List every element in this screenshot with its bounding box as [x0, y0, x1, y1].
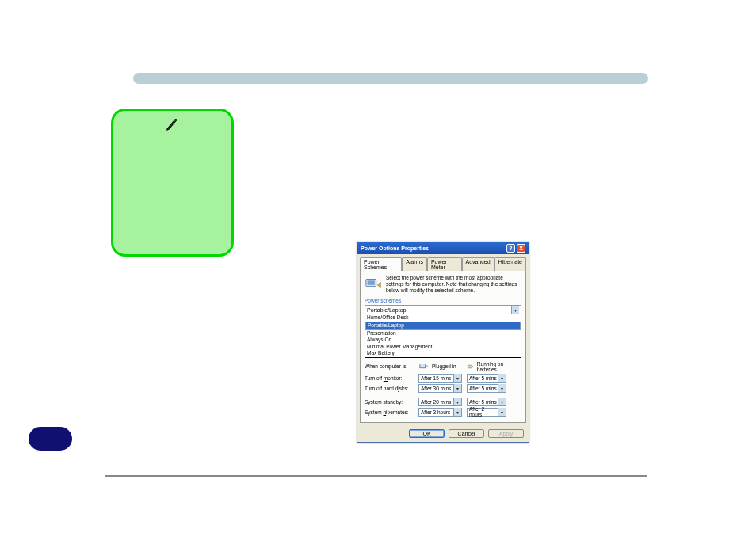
chevron-down-icon: ▾: [498, 398, 506, 405]
chevron-down-icon: ▾: [453, 384, 461, 392]
setting-label: System hibernates:: [365, 409, 418, 415]
dialog-titlebar[interactable]: Power Options Properties ? X: [357, 242, 529, 254]
chevron-down-icon: ▾: [511, 306, 519, 314]
standby-battery[interactable]: After 5 mins▾: [467, 398, 506, 406]
chevron-down-icon: ▾: [453, 398, 461, 405]
svg-rect-2: [420, 364, 426, 367]
setting-label: Turn off hard disks:: [365, 386, 418, 391]
close-button[interactable]: X: [517, 244, 525, 253]
chevron-down-icon: ▾: [453, 374, 461, 382]
dialog-title: Power Options Properties: [361, 246, 429, 251]
plug-icon: [418, 362, 430, 371]
tab-alarms[interactable]: Alarms: [402, 257, 427, 271]
when-computer-label: When computer is:: [365, 364, 418, 369]
battery-icon: [467, 362, 475, 371]
cancel-button[interactable]: Cancel: [449, 429, 484, 438]
setting-label: System standby:: [365, 399, 418, 405]
tab-hibernate[interactable]: Hibernate: [494, 257, 526, 271]
hibernate-plugged[interactable]: After 3 hours▾: [418, 408, 462, 417]
plugged-in-label: Plugged in: [432, 364, 456, 369]
ok-button[interactable]: OK: [409, 429, 445, 438]
help-button[interactable]: ?: [506, 244, 515, 253]
standby-plugged[interactable]: After 20 mins▾: [418, 398, 462, 406]
info-text: Select the power scheme with the most ap…: [386, 275, 521, 293]
tab-power-meter[interactable]: Power Meter: [427, 257, 462, 271]
tab-power-schemes[interactable]: Power Schemes: [360, 257, 402, 271]
pen-icon: [165, 117, 179, 131]
power-scheme-icon: [365, 275, 382, 292]
turnoff-monitor-battery[interactable]: After 5 mins▾: [467, 374, 506, 383]
setting-label: Turn off monitor:: [365, 375, 418, 381]
hibernate-battery[interactable]: After 2 hours▾: [467, 408, 506, 417]
scheme-option[interactable]: Presentation: [365, 330, 521, 337]
scheme-option-selected[interactable]: Portable/Laptop: [365, 322, 521, 330]
chevron-down-icon: ▾: [498, 384, 506, 392]
dialog-body: Select the power scheme with the most ap…: [360, 270, 526, 423]
tab-advanced[interactable]: Advanced: [462, 257, 494, 271]
scheme-option[interactable]: Minimal Power Management: [365, 344, 521, 350]
scheme-option[interactable]: Home/Office Desk: [365, 314, 521, 321]
apply-button[interactable]: Apply: [488, 429, 524, 438]
chevron-down-icon: ▾: [453, 408, 461, 416]
decorative-top-bar: [133, 73, 648, 84]
svg-rect-4: [472, 366, 473, 367]
footer-rule: [105, 475, 647, 477]
chevron-down-icon: ▾: [498, 408, 506, 416]
scheme-listbox[interactable]: Home/Office Desk Portable/Laptop Present…: [365, 314, 521, 357]
power-options-dialog: Power Options Properties ? X Power Schem…: [357, 242, 529, 443]
chevron-down-icon: ▾: [498, 374, 506, 382]
dialog-footer: OK Cancel Apply: [357, 425, 529, 442]
svg-rect-3: [468, 365, 472, 368]
battery-label: Running on batteries: [477, 361, 510, 372]
turnoff-hdd-plugged[interactable]: After 30 mins▾: [418, 384, 462, 393]
scheme-option[interactable]: Always On: [365, 337, 521, 343]
scheme-option[interactable]: Max Battery: [365, 350, 521, 356]
scheme-dropdown[interactable]: Portable/Laptop ▾: [365, 305, 521, 314]
tab-strip: Power Schemes Alarms Power Meter Advance…: [357, 254, 529, 270]
turnoff-hdd-battery[interactable]: After 5 mins▾: [467, 384, 506, 393]
scheme-dropdown-value: Portable/Laptop: [367, 307, 406, 313]
page-marker: [29, 427, 72, 451]
svg-rect-1: [368, 280, 375, 285]
power-schemes-label: Power schemes: [365, 298, 521, 303]
turnoff-monitor-plugged[interactable]: After 15 mins▾: [418, 374, 462, 383]
